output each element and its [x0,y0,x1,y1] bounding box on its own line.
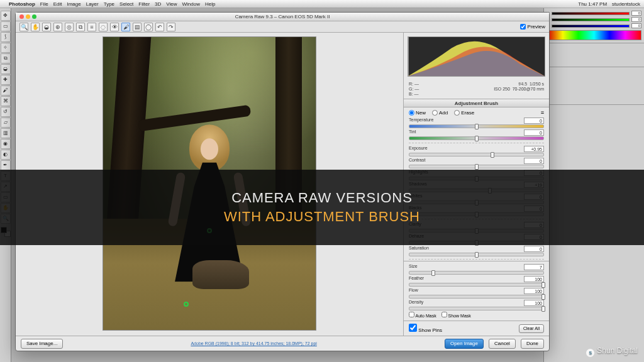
show-pins-checkbox[interactable]: Show Pins [409,324,442,333]
maximize-icon[interactable] [32,14,36,19]
acr-titlebar[interactable]: Camera Raw 9.3 – Canon EOS 5D Mark II [16,13,549,21]
stamp-tool-icon[interactable]: ⌘ [1,96,11,106]
watermark: sShun Digital [586,346,638,357]
brush-flow-slider[interactable]: Flow100 [409,288,544,299]
workflow-link[interactable]: Adobe RGB (1998); 8 bit; 312 by 414.75 i… [68,341,440,346]
menu-select[interactable]: Select [119,1,133,7]
menu-layer[interactable]: Layer [86,1,99,7]
r-value[interactable]: 0 [631,11,641,16]
red-eye-tool-icon[interactable]: 👁 [110,23,119,31]
brush-settings: Size7 Feather100 Flow100 Density100 [404,261,549,321]
overlay-banner: CAMERA RAW VERSIONS WITH ADJUSTMENT BRUS… [0,170,644,245]
preview-toggle[interactable]: Preview [520,24,545,30]
blur-tool-icon[interactable]: ◉ [1,139,11,149]
open-image-button[interactable]: Open Image [445,339,484,349]
hand-tool-icon[interactable]: ✋ [31,23,40,31]
mask-add[interactable]: Add [432,110,448,116]
minimize-icon[interactable] [26,14,30,19]
exposure-slider[interactable]: Exposure+0.95 [409,146,544,156]
clear-all-button[interactable]: Clear All [519,324,544,333]
color-panel: R0 G0 B0 [544,8,644,43]
contrast-slider[interactable]: Contrast0 [409,158,544,168]
pins-row: Show Pins Clear All [404,321,549,336]
adjustment-brush-panel-title: Adjustment Brush [404,99,549,107]
save-image-button[interactable]: Save Image... [21,339,63,349]
crop-tool-icon[interactable]: ⧉ [1,53,11,63]
menu-file[interactable]: File [40,1,48,7]
targeted-adjustment-tool-icon[interactable]: ◎ [65,23,74,31]
watermark-icon: s [586,349,594,357]
b-slider[interactable] [552,25,630,28]
straighten-tool-icon[interactable]: ≡ [87,23,96,31]
crop-tool-icon[interactable]: ⧉ [76,23,85,31]
zoom-tool-icon[interactable]: 🔍 [19,23,28,31]
menu-image[interactable]: Image [67,1,80,7]
auto-mask-checkbox[interactable]: Auto Mask [409,312,436,318]
lasso-tool-icon[interactable]: ⟆ [1,32,11,42]
tint-slider[interactable]: Tint0 [409,129,544,140]
history-brush-icon[interactable]: ↺ [1,107,11,117]
banner-line-1: CAMERA RAW VERSIONS [231,190,413,206]
banner-line-2: WITH ADJUSTMENT BRUSH [224,209,420,225]
brush-tool-icon[interactable]: 🖌 [1,85,11,96]
menu-edit[interactable]: Edit [53,1,62,7]
eyedropper-tool-icon[interactable]: ◒ [1,64,11,74]
histogram[interactable] [408,36,545,77]
brush-density-slider[interactable]: Density100 [409,300,544,310]
swatches-panel[interactable] [544,43,644,67]
adjustment-brush-tool-icon[interactable]: 🖌 [121,23,130,31]
menu-filter[interactable]: Filter [138,1,150,7]
acr-footer: Save Image... Adobe RGB (1998); 8 bit; 3… [16,336,549,351]
acr-toolbar: 🔍 ✋ ◒ ⊕ ◎ ⧉ ≡ ◌ 👁 🖌 ▤ ◯ ↶ ↷ Preview [16,21,549,33]
menubar-user[interactable]: studentstock [612,1,640,7]
panel-menu-icon[interactable]: ≡ [541,109,544,116]
menu-view[interactable]: View [166,1,177,7]
color-spectrum[interactable] [547,30,641,40]
show-mask-checkbox[interactable]: Show Mask [441,312,471,318]
mac-menubar: Photoshop File Edit Image Layer Type Sel… [0,0,644,8]
graduated-filter-tool-icon[interactable]: ▤ [133,23,142,31]
close-icon[interactable] [19,14,24,19]
brush-feather-slider[interactable]: Feather100 [409,276,544,287]
eraser-tool-icon[interactable]: ▱ [1,118,11,128]
menu-window[interactable]: Window [182,1,200,7]
b-value[interactable]: 0 [631,23,641,28]
done-button[interactable]: Done [521,339,544,349]
wand-tool-icon[interactable]: ✧ [1,43,11,53]
menu-app-name[interactable]: Photoshop [9,1,35,7]
marquee-tool-icon[interactable]: ▭ [1,21,11,31]
temperature-slider[interactable]: Temperature0 [409,118,544,128]
rotate-ccw-icon[interactable]: ↶ [155,23,164,31]
menu-help[interactable]: Help [205,1,215,7]
saturation-slider[interactable]: Saturation0 [409,246,544,256]
move-tool-icon[interactable]: ✥ [1,11,11,21]
exif-readout: R: —G: —B: — f/4.5 1/250 s ISO 250 70-20… [404,80,549,99]
mask-new[interactable]: New [409,110,426,116]
acr-title: Camera Raw 9.3 – Canon EOS 5D Mark II [235,14,330,19]
rotate-cw-icon[interactable]: ↷ [167,23,175,31]
dodge-tool-icon[interactable]: ◐ [1,150,11,160]
heal-tool-icon[interactable]: ✚ [1,75,11,85]
menubar-clock: Thu 1:47 PM [578,1,607,7]
r-slider[interactable] [552,12,630,15]
pen-tool-icon[interactable]: ✒ [1,160,11,170]
gradient-tool-icon[interactable]: ▥ [1,128,11,138]
color-sampler-tool-icon[interactable]: ⊕ [53,23,62,31]
mask-mode-row: New Add Erase ≡ [404,107,549,118]
brush-size-slider[interactable]: Size7 [409,264,544,275]
menu-3d[interactable]: 3D [155,1,161,7]
preview-checkbox[interactable] [520,24,526,30]
mask-erase[interactable]: Erase [454,110,474,116]
radial-filter-tool-icon[interactable]: ◯ [144,23,153,31]
white-balance-tool-icon[interactable]: ◒ [42,23,51,31]
cancel-button[interactable]: Cancel [489,339,516,349]
menu-type[interactable]: Type [104,1,114,7]
adjustments-panel[interactable] [544,67,644,105]
g-value[interactable]: 0 [631,17,641,22]
g-slider[interactable] [552,18,630,21]
spot-removal-tool-icon[interactable]: ◌ [99,23,108,31]
